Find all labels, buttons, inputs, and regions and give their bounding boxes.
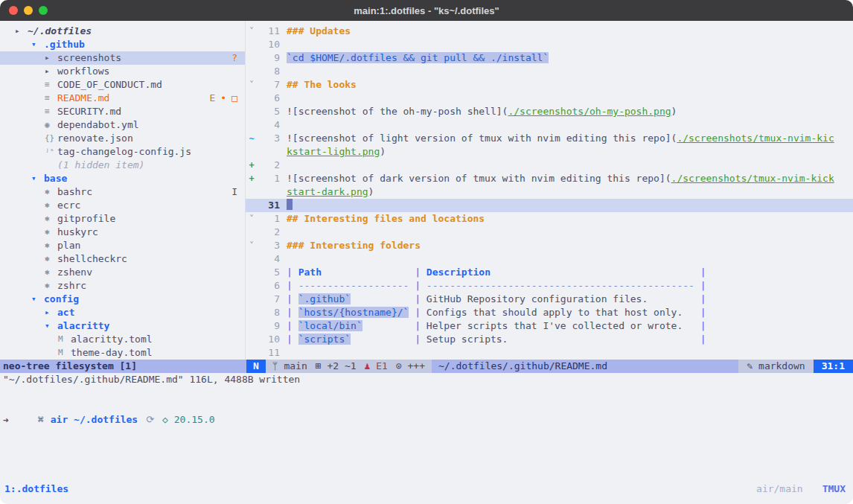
text-segment: GitHub Repository configuration files.: [426, 293, 648, 304]
tree-item-shellcheckrc[interactable]: ✱shellcheckrc: [0, 252, 245, 266]
tree-item-config[interactable]: ▾config: [0, 293, 245, 306]
editor-line-3[interactable]: 8: [246, 65, 853, 78]
line-text: ### Updates: [280, 25, 853, 38]
editor-pane[interactable]: ˅11### Updates 10 9`cd $HOME/.dotfiles &…: [246, 21, 853, 360]
fold-icon[interactable]: ˅: [246, 78, 258, 92]
line-number: 11: [258, 25, 280, 38]
tree-item-alacritty[interactable]: ▾alacritty: [0, 319, 245, 333]
tree-item-ecrc[interactable]: ✱ecrc: [0, 199, 245, 212]
gutter: [246, 118, 258, 132]
editor-line-17[interactable]: 4: [246, 252, 853, 266]
editor-line-21[interactable]: 8| `hosts/{hostname}/` | Configs that sh…: [246, 306, 853, 319]
tree-item-alacritty-toml[interactable]: Malacritty.toml: [0, 333, 245, 346]
tree-item-act[interactable]: ▸act: [0, 306, 245, 319]
editor-line-15[interactable]: 2: [246, 226, 853, 239]
line-text: | Path | Description |: [280, 266, 853, 279]
tree-item-huskyrc[interactable]: ✱huskyrc: [0, 226, 245, 239]
line-number: 6: [258, 279, 280, 293]
editor-line-9[interactable]: kstart-light.png): [246, 145, 853, 159]
tree-item-label: bashrc: [57, 185, 92, 199]
tree-item-bashrc[interactable]: ✱bashrcI: [0, 185, 245, 199]
gutter: [246, 38, 258, 51]
chevron-icon[interactable]: ▾: [45, 319, 57, 333]
node-icon: ◇: [162, 414, 168, 425]
tree-item-workflows[interactable]: ▸workflows: [0, 65, 245, 78]
hunks: ⊙ +++: [396, 360, 425, 373]
line-number: 1: [258, 172, 280, 185]
text-segment: Helper scripts that I've collected or wr…: [426, 320, 683, 331]
editor-line-4[interactable]: ˅7## The looks: [246, 78, 853, 92]
text-segment: |: [287, 307, 298, 318]
line-number: 2: [258, 226, 280, 239]
tree-item-label: ecrc: [57, 199, 80, 212]
git-sign: ~: [246, 132, 258, 145]
fold-icon[interactable]: ˅: [246, 25, 258, 38]
line-number: 11: [258, 346, 280, 360]
text-segment: [683, 307, 700, 318]
chevron-icon[interactable]: ▾: [31, 293, 44, 306]
editor-line-11[interactable]: +1![screenshot of dark version of tmux w…: [246, 172, 853, 185]
tree-item-tag-changelog-config-js[interactable]: ʲˢtag-changelog-config.js: [0, 145, 245, 159]
tree-item-renovate-json[interactable]: {}renovate.json: [0, 132, 245, 145]
editor-line-13[interactable]: 31: [246, 199, 853, 212]
text-segment: ./screenshots/oh-my-posh.png: [508, 106, 671, 117]
tree-item-label: dependabot.yml: [57, 118, 139, 132]
editor-line-14[interactable]: ˅1## Interesting files and locations: [246, 212, 853, 226]
tree-item-github[interactable]: ▾.github: [0, 38, 245, 51]
chevron-icon[interactable]: ▸: [15, 25, 28, 38]
tree-item-zshrc[interactable]: ✱zshrc: [0, 279, 245, 293]
file-type-icon: ◉: [45, 118, 57, 132]
editor-line-8[interactable]: ~3![screenshot of light version of tmux …: [246, 132, 853, 145]
editor-line-1[interactable]: 10: [246, 38, 853, 51]
apple-icon: ⌘: [38, 414, 44, 425]
editor-line-16[interactable]: ˅3### Interesting folders: [246, 239, 853, 252]
tree-item-security-md[interactable]: ≡SECURITY.md: [0, 105, 245, 118]
editor-line-19[interactable]: 6| ------------------- | ---------------…: [246, 279, 853, 293]
editor-line-7[interactable]: 4: [246, 118, 853, 132]
chevron-icon[interactable]: ▸: [45, 65, 57, 78]
gutter: [246, 51, 258, 65]
tree-item-1-hidden-item[interactable]: (1 hidden item): [0, 159, 245, 172]
editor-line-2[interactable]: 9`cd $HOME/.dotfiles && git pull && ./in…: [246, 51, 853, 65]
tree-item-zshenv[interactable]: ✱zshenv: [0, 266, 245, 279]
editor-line-22[interactable]: 9| `local/bin` | Helper scripts that I'v…: [246, 319, 853, 333]
zoom-button[interactable]: [39, 6, 48, 15]
editor-line-24[interactable]: 11: [246, 346, 853, 360]
tree-item-gitprofile[interactable]: ✱gitprofile: [0, 212, 245, 226]
editor-line-20[interactable]: 7| `.github` | GitHub Repository configu…: [246, 293, 853, 306]
tree-item-theme-day-toml[interactable]: Mtheme-day.toml: [0, 346, 245, 360]
editor-line-10[interactable]: +2: [246, 159, 853, 172]
tree-item-readme-md[interactable]: ≡README.mdE•□: [0, 92, 245, 105]
tree-item-label: README.md: [57, 92, 109, 105]
fold-icon[interactable]: ˅: [246, 212, 258, 226]
tree-item-screenshots[interactable]: ▸screenshots?: [0, 51, 245, 65]
editor-line-0[interactable]: ˅11### Updates: [246, 25, 853, 38]
text-segment: ): [671, 106, 677, 117]
chevron-icon[interactable]: ▸: [45, 306, 57, 319]
close-button[interactable]: [9, 6, 18, 15]
editor-line-18[interactable]: 5| Path | Description |: [246, 266, 853, 279]
tree-item-dependabot-yml[interactable]: ◉dependabot.yml: [0, 118, 245, 132]
line-text: ### Interesting folders: [280, 239, 853, 252]
fold-icon[interactable]: ˅: [246, 239, 258, 252]
shell-pane[interactable]: ⌘air ~/.dotfiles⟳◇ 20.15.0 ➜: [0, 386, 853, 427]
chevron-icon[interactable]: ▾: [31, 172, 44, 185]
editor-line-12[interactable]: start-dark.png): [246, 185, 853, 199]
editor-line-6[interactable]: 5![screenshot of the oh-my-posh shell](.…: [246, 105, 853, 118]
chevron-icon[interactable]: ▸: [45, 51, 57, 65]
tree-item-base[interactable]: ▾base: [0, 172, 245, 185]
tmux-window-tab[interactable]: 1:.dotfiles: [4, 482, 68, 497]
tree-item-code-of-conduct-md[interactable]: ≡CODE_OF_CONDUCT.md: [0, 78, 245, 92]
chevron-icon[interactable]: ▾: [31, 38, 44, 51]
tree-item-dotfiles[interactable]: ▸~/.dotfiles: [0, 25, 245, 38]
text-segment: ./screenshots/tmux-nvim-kic: [677, 133, 834, 144]
line-number: 6: [258, 92, 280, 105]
line-text: [280, 226, 853, 239]
minimize-button[interactable]: [24, 6, 33, 15]
file-type-icon: ✱: [45, 185, 57, 199]
file-type-icon: ✱: [45, 279, 57, 293]
tree-item-plan[interactable]: ✱plan: [0, 239, 245, 252]
editor-line-5[interactable]: 6: [246, 92, 853, 105]
line-text: ## Interesting files and locations: [280, 212, 853, 226]
editor-line-23[interactable]: 10| `scripts` | Setup scripts. |: [246, 333, 853, 346]
